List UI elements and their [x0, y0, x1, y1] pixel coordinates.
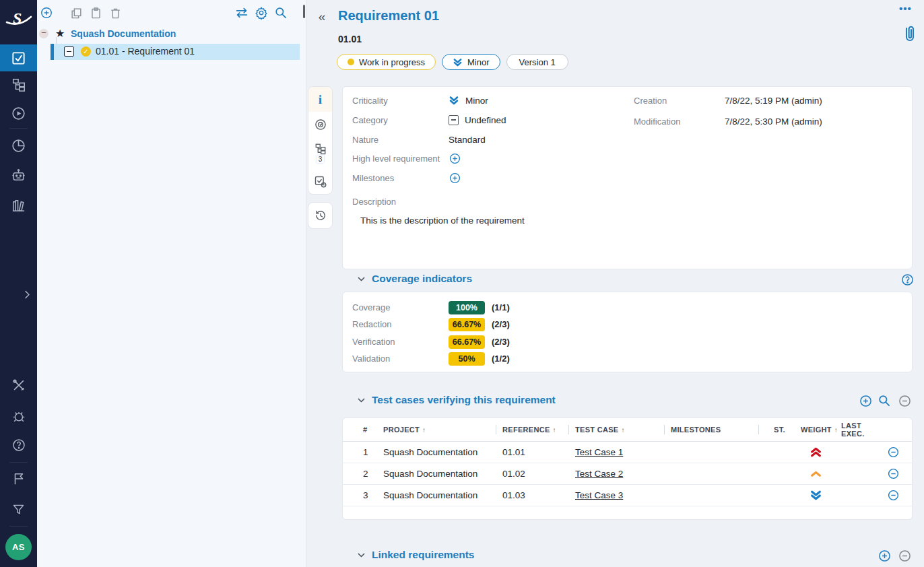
import-export-button[interactable]: [234, 5, 249, 20]
test-cases-section-title[interactable]: Test cases verifying this requirement: [372, 394, 556, 406]
test-case-link[interactable]: Test Case 3: [575, 490, 623, 500]
hierarchy-icon: [11, 77, 26, 92]
flag-icon: [11, 471, 26, 486]
tab-linked-requirements[interactable]: [308, 169, 332, 194]
column-milestones[interactable]: MILESTONES: [671, 426, 765, 434]
field-label: Criticality: [352, 96, 449, 106]
check-square-icon: [11, 51, 26, 66]
sidebar-item-executions[interactable]: [0, 100, 37, 127]
sort-asc-icon: ↑: [422, 426, 426, 434]
sidebar-item-milestones[interactable]: [0, 465, 37, 492]
tree-toolbar: [37, 0, 306, 24]
field-criticality: Criticality Minor: [352, 91, 488, 110]
weight-high-icon: [810, 468, 822, 479]
column-test-case[interactable]: TEST CASE ↑: [575, 426, 671, 434]
collapse-section-button[interactable]: [357, 396, 366, 405]
unlink-test-case-button[interactable]: [887, 489, 900, 502]
table-row[interactable]: 1 Squash Documentation 01.01 Test Case 1: [343, 442, 912, 463]
sort-asc-icon: ↑: [621, 426, 624, 434]
collapse-section-button[interactable]: [357, 275, 366, 284]
remove-test-case-button[interactable]: [897, 393, 912, 408]
test-case-link[interactable]: Test Case 1: [575, 447, 623, 457]
filter-funnel-icon: [11, 502, 26, 516]
sidebar-item-test-cases[interactable]: [0, 71, 37, 98]
add-linked-requirement-button[interactable]: [877, 548, 892, 563]
linked-requirements-section-title[interactable]: Linked requirements: [372, 549, 474, 561]
add-test-case-button[interactable]: [858, 393, 873, 408]
paste-button[interactable]: [88, 5, 103, 20]
tab-verifying-test-cases[interactable]: 3: [308, 137, 332, 169]
search-icon: [274, 6, 288, 20]
sidebar-item-filter[interactable]: [0, 496, 37, 523]
user-avatar[interactable]: AS: [5, 534, 32, 560]
attachments-button[interactable]: [903, 24, 917, 43]
sidebar-item-administration[interactable]: [0, 372, 37, 399]
sidebar-item-automation[interactable]: [0, 162, 37, 189]
checkbox-link-icon: [314, 175, 327, 189]
tab-coverage-stats[interactable]: [308, 112, 332, 137]
tab-history[interactable]: [308, 202, 333, 229]
sidebar-item-reporting[interactable]: [0, 132, 37, 159]
verifying-test-cases-table: # PROJECT ↑ REFERENCE ↑ TEST CASE ↑ MILE…: [342, 418, 913, 520]
cell-project: Squash Documentation: [381, 490, 502, 500]
column-project[interactable]: PROJECT ↑: [381, 426, 502, 434]
tree-settings-button[interactable]: [254, 5, 269, 20]
sidebar-item-bugtracker[interactable]: [0, 403, 37, 430]
collapse-section-button[interactable]: [357, 551, 366, 560]
copy-button[interactable]: [69, 5, 84, 20]
sidebar-item-library[interactable]: [0, 192, 37, 219]
test-case-link[interactable]: Test Case 2: [575, 469, 623, 479]
add-milestone-button[interactable]: [449, 172, 461, 185]
badge-row: Work in progress Minor Version 1: [337, 54, 568, 70]
column-status[interactable]: ST.: [765, 426, 801, 434]
collapse-toggle-icon[interactable]: −: [39, 29, 48, 38]
collapse-panel-button[interactable]: «: [315, 9, 329, 24]
column-reference[interactable]: REFERENCE ↑: [502, 426, 575, 434]
coverage-row-label: Verification: [352, 337, 449, 347]
column-label: WEIGHT: [801, 426, 832, 434]
coverage-section-title[interactable]: Coverage indicators: [372, 273, 472, 285]
remove-linked-requirement-button[interactable]: [897, 548, 912, 563]
unlink-test-case-button[interactable]: [887, 446, 900, 459]
tree-node-selected[interactable]: ✓ 01.01 - Requirement 01: [51, 44, 300, 60]
coverage-row: Coverage 100% (1/1): [352, 299, 510, 316]
meta-label: Creation: [634, 96, 725, 106]
test-case-count-badge: 3: [317, 156, 325, 163]
column-last-exec[interactable]: LAST EXEC.: [841, 422, 883, 438]
chevron-down-icon: [357, 396, 366, 405]
search-test-case-button[interactable]: [877, 393, 892, 408]
table-row[interactable]: 2 Squash Documentation 01.02 Test Case 2: [343, 463, 912, 485]
field-label: Category: [352, 115, 449, 125]
description-text[interactable]: This is the description of the requireme…: [360, 215, 525, 226]
coverage-help-button[interactable]: [900, 272, 915, 287]
more-actions-button[interactable]: •••: [899, 3, 912, 14]
unlink-test-case-button[interactable]: [887, 467, 900, 480]
tab-information[interactable]: i: [308, 87, 332, 112]
criticality-badge[interactable]: Minor: [442, 54, 500, 70]
version-badge-label: Version 1: [519, 57, 556, 67]
tree-root-label[interactable]: Squash Documentation: [71, 28, 176, 39]
add-high-level-requirement-button[interactable]: [449, 152, 461, 165]
add-node-button[interactable]: [39, 5, 54, 20]
delete-button[interactable]: [108, 5, 123, 20]
sidebar-item-help[interactable]: [0, 432, 37, 459]
sidebar-expand-button[interactable]: [19, 286, 35, 302]
meta-creation: Creation 7/8/22, 5:19 PM (admin): [634, 91, 822, 110]
node-collapse-box-icon[interactable]: [64, 46, 74, 57]
tree-search-button[interactable]: [273, 5, 288, 20]
sidebar-item-requirements[interactable]: [0, 44, 37, 71]
field-value[interactable]: Standard: [449, 135, 486, 145]
tree-root-row[interactable]: − ★ Squash Documentation: [37, 27, 306, 42]
weight-very-high-icon: [810, 446, 822, 458]
status-badge[interactable]: Work in progress: [337, 54, 436, 70]
column-label: REFERENCE: [502, 426, 550, 434]
table-row[interactable]: 3 Squash Documentation 01.03 Test Case 3: [343, 485, 912, 506]
coverage-count: (1/2): [492, 354, 510, 364]
field-value[interactable]: Minor: [465, 96, 488, 106]
column-weight[interactable]: WEIGHT ↑: [801, 426, 841, 434]
field-value[interactable]: Undefined: [465, 115, 506, 125]
version-badge[interactable]: Version 1: [506, 54, 568, 70]
squash-logo[interactable]: S: [0, 0, 37, 37]
row-number: 1: [343, 447, 381, 457]
tree-node-label[interactable]: 01.01 - Requirement 01: [96, 46, 195, 57]
